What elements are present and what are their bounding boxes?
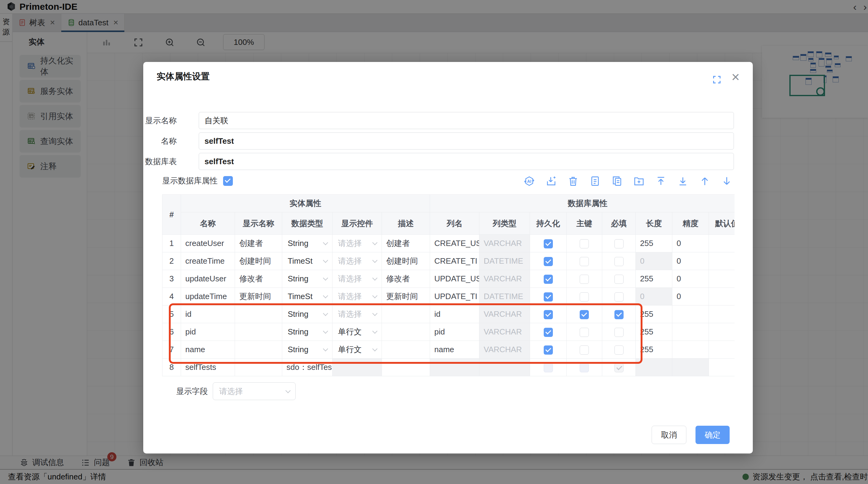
close-icon[interactable]: × xyxy=(732,70,740,84)
data-type-cell[interactable]: String xyxy=(282,306,333,323)
length-cell[interactable]: 255 xyxy=(636,341,672,359)
column-name-cell[interactable]: CREATE_US xyxy=(430,235,479,252)
control-cell[interactable]: 请选择 xyxy=(333,252,382,270)
ai-icon[interactable]: AI xyxy=(524,175,535,187)
default-cell[interactable] xyxy=(709,252,735,270)
precision-cell[interactable]: 0 xyxy=(672,270,709,288)
move-down-icon[interactable] xyxy=(721,175,733,187)
desc-cell[interactable]: 创建者 xyxy=(382,235,430,252)
default-cell[interactable] xyxy=(709,288,735,306)
move-bottom-icon[interactable] xyxy=(677,175,688,187)
display-name-cell[interactable]: 更新时间 xyxy=(235,288,282,306)
required-checkbox[interactable] xyxy=(614,275,624,284)
control-cell[interactable]: 请选择 xyxy=(333,306,382,323)
precision-cell[interactable]: 0 xyxy=(672,288,709,306)
data-type-cell[interactable]: String xyxy=(282,270,333,288)
display-field-select[interactable]: 请选择 xyxy=(213,382,296,400)
desc-cell[interactable] xyxy=(382,359,430,376)
default-cell[interactable] xyxy=(709,270,735,288)
name-cell[interactable]: createUser xyxy=(181,235,235,252)
primary-key-checkbox[interactable] xyxy=(580,345,589,354)
data-type-cell[interactable]: sdo：selfTes xyxy=(282,359,333,376)
required-checkbox[interactable] xyxy=(614,345,624,354)
default-cell[interactable] xyxy=(709,341,735,359)
default-cell[interactable] xyxy=(709,359,735,376)
column-name-cell[interactable]: id xyxy=(430,306,479,323)
copy-icon[interactable] xyxy=(611,175,623,187)
data-type-cell[interactable]: String xyxy=(282,235,333,252)
persist-checkbox[interactable] xyxy=(544,257,553,266)
display-name-cell[interactable] xyxy=(235,341,282,359)
control-cell[interactable]: 请选择 xyxy=(333,288,382,306)
name-cell[interactable]: updateUser xyxy=(181,270,235,288)
desc-cell[interactable]: 创建时间 xyxy=(382,252,430,270)
persist-checkbox[interactable] xyxy=(544,275,553,284)
ok-button[interactable]: 确定 xyxy=(695,426,730,444)
fullscreen-icon[interactable] xyxy=(712,75,722,85)
column-name-cell[interactable]: CREATE_TI xyxy=(430,252,479,270)
delete-icon[interactable] xyxy=(567,175,579,187)
desc-cell[interactable]: 更新时间 xyxy=(382,288,430,306)
length-cell[interactable]: 255 xyxy=(636,323,672,341)
length-cell[interactable]: 255 xyxy=(636,306,672,323)
display-name-cell[interactable] xyxy=(235,323,282,341)
db-table-field-input[interactable] xyxy=(199,153,734,170)
default-cell[interactable] xyxy=(709,306,735,323)
control-cell[interactable]: 单行文 xyxy=(333,341,382,359)
persist-checkbox[interactable] xyxy=(544,328,553,337)
data-type-cell[interactable]: String xyxy=(282,341,333,359)
primary-key-checkbox[interactable] xyxy=(580,257,589,266)
default-cell[interactable] xyxy=(709,323,735,341)
data-type-cell[interactable]: TimeSt xyxy=(282,288,333,306)
cancel-button[interactable]: 取消 xyxy=(652,426,686,444)
length-cell[interactable]: 255 xyxy=(636,235,672,252)
persist-checkbox[interactable] xyxy=(544,310,553,319)
precision-cell[interactable] xyxy=(672,306,709,323)
display-name-cell[interactable] xyxy=(235,359,282,376)
default-cell[interactable] xyxy=(709,235,735,252)
name-cell[interactable]: name xyxy=(181,341,235,359)
display-name-cell[interactable]: 修改者 xyxy=(235,270,282,288)
persist-checkbox[interactable] xyxy=(544,292,553,302)
precision-cell[interactable]: 0 xyxy=(672,235,709,252)
control-cell[interactable]: 单行文 xyxy=(333,323,382,341)
control-cell[interactable]: 请选择 xyxy=(333,270,382,288)
column-name-cell[interactable]: name xyxy=(430,341,479,359)
column-name-cell[interactable]: pid xyxy=(430,323,479,341)
move-top-icon[interactable] xyxy=(655,175,666,187)
name-cell[interactable]: pid xyxy=(181,323,235,341)
primary-key-checkbox[interactable] xyxy=(580,239,589,249)
required-checkbox[interactable] xyxy=(614,292,624,302)
data-type-cell[interactable]: String xyxy=(282,323,333,341)
persist-checkbox[interactable] xyxy=(544,239,553,249)
display-name-cell[interactable]: 创建者 xyxy=(235,235,282,252)
persist-checkbox[interactable] xyxy=(544,345,553,354)
import-icon[interactable] xyxy=(546,175,557,187)
primary-key-checkbox[interactable] xyxy=(580,292,589,302)
precision-cell[interactable] xyxy=(672,341,709,359)
required-checkbox[interactable] xyxy=(614,310,624,319)
desc-cell[interactable]: 修改者 xyxy=(382,270,430,288)
name-cell[interactable]: updateTime xyxy=(181,288,235,306)
precision-cell[interactable] xyxy=(672,323,709,341)
required-checkbox[interactable] xyxy=(614,239,624,249)
primary-key-checkbox[interactable] xyxy=(580,275,589,284)
show-db-props-checkbox[interactable] xyxy=(223,176,233,186)
move-up-icon[interactable] xyxy=(699,175,710,187)
primary-key-checkbox[interactable] xyxy=(580,310,589,319)
display-name-field-input[interactable] xyxy=(199,112,734,129)
add-folder-icon[interactable] xyxy=(633,175,645,187)
name-cell[interactable]: id xyxy=(181,306,235,323)
name-field-input[interactable] xyxy=(199,133,734,149)
primary-key-checkbox[interactable] xyxy=(580,328,589,337)
name-cell[interactable]: selfTests xyxy=(181,359,235,376)
display-name-cell[interactable] xyxy=(235,306,282,323)
desc-cell[interactable] xyxy=(382,341,430,359)
desc-cell[interactable] xyxy=(382,306,430,323)
required-checkbox[interactable] xyxy=(614,328,624,337)
data-type-cell[interactable]: TimeSt xyxy=(282,252,333,270)
display-name-cell[interactable]: 创建时间 xyxy=(235,252,282,270)
desc-cell[interactable] xyxy=(382,323,430,341)
name-cell[interactable]: createTime xyxy=(181,252,235,270)
length-cell[interactable]: 255 xyxy=(636,270,672,288)
